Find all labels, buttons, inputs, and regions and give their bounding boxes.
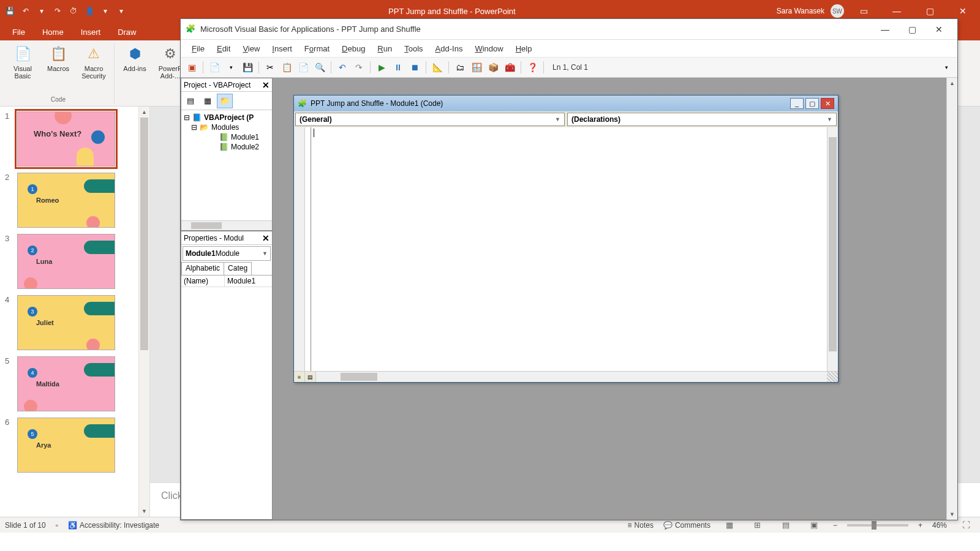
save-icon[interactable]: 💾 xyxy=(240,60,255,75)
menu-view[interactable]: View xyxy=(238,42,265,56)
tab-file[interactable]: File xyxy=(4,24,34,40)
view-object-icon[interactable]: ▦ xyxy=(200,94,216,108)
thumbnail-row[interactable]: 2 1 Romeo xyxy=(0,168,149,229)
undo-icon[interactable]: ↶ xyxy=(335,60,350,75)
copy-icon[interactable]: 📋 xyxy=(279,60,294,75)
thumbnail-scrollbar[interactable]: ▲ ▼ xyxy=(138,107,149,517)
redo-icon[interactable]: ↷ xyxy=(352,60,366,75)
close-icon[interactable]: ✕ xyxy=(262,80,270,90)
notes-button[interactable]: ≡Notes xyxy=(628,521,654,530)
tab-home[interactable]: Home xyxy=(34,24,72,40)
minimize-button[interactable]: _ xyxy=(790,98,804,109)
scrollbar-thumb[interactable] xyxy=(341,373,377,381)
zoom-handle[interactable] xyxy=(872,521,876,530)
view-ppt-icon[interactable]: ▣ xyxy=(184,60,199,75)
menu-addins[interactable]: Add-Ins xyxy=(431,42,468,56)
close-icon[interactable]: ✕ xyxy=(262,233,270,243)
tree-modules-folder[interactable]: ⊟ 📂 Modules xyxy=(184,122,270,132)
paste-icon[interactable]: 📄 xyxy=(296,60,311,75)
object-browser-icon[interactable]: 📦 xyxy=(486,60,500,75)
status-spacer-icon[interactable]: ▫ xyxy=(56,521,58,530)
scroll-up-icon[interactable]: ▲ xyxy=(139,107,149,118)
addins-button[interactable]: ⬢ Add-ins xyxy=(118,44,151,80)
comments-button[interactable]: 💬Comments xyxy=(663,521,710,530)
toolbox-icon[interactable]: 🧰 xyxy=(502,60,517,75)
scroll-down-icon[interactable]: ▼ xyxy=(139,506,149,517)
save-icon[interactable]: 💾 xyxy=(4,5,16,17)
code-window-title-bar[interactable]: 🧩 PPT Jump and Shuffle - Module1 (Code) … xyxy=(294,96,838,111)
project-explorer-icon[interactable]: 🗂 xyxy=(453,60,467,75)
minimize-button[interactable]: — xyxy=(872,20,899,39)
properties-icon[interactable]: 🪟 xyxy=(469,60,484,75)
tree-root[interactable]: ⊟ 📘 VBAProject (P xyxy=(184,113,270,122)
chevron-down-icon[interactable]: ▼ xyxy=(555,116,560,122)
tab-insert[interactable]: Insert xyxy=(72,24,110,40)
scroll-down-icon[interactable]: ▼ xyxy=(947,509,957,520)
tree-module-2[interactable]: 📗 Module2 xyxy=(184,142,270,152)
property-value[interactable]: Module1 xyxy=(225,276,272,287)
macros-button[interactable]: 📋 Macros xyxy=(42,44,75,80)
code-editor[interactable] xyxy=(311,127,827,371)
view-code-icon[interactable]: ▤ xyxy=(183,94,198,108)
chevron-down-icon[interactable]: ▾ xyxy=(99,5,111,17)
fit-to-window-icon[interactable]: ⛶ xyxy=(957,519,975,531)
break-icon[interactable]: ⏸ xyxy=(391,60,405,75)
chevron-down-icon[interactable]: ▾ xyxy=(36,5,48,17)
cut-icon[interactable]: ✂ xyxy=(263,60,277,75)
full-module-view-icon[interactable]: ▤ xyxy=(305,372,316,382)
user-icon[interactable]: 👤 xyxy=(83,5,96,17)
thumbnail-row[interactable]: 4 3 Juliet xyxy=(0,290,149,351)
menu-window[interactable]: Window xyxy=(470,42,508,56)
menu-run[interactable]: Run xyxy=(372,42,397,56)
macro-security-button[interactable]: ⚠ Macro Security xyxy=(77,44,110,80)
h-scrollbar-track[interactable] xyxy=(316,372,827,382)
toolbar-overflow-icon[interactable]: ▾ xyxy=(939,60,954,75)
menu-debug[interactable]: Debug xyxy=(337,42,370,56)
visual-basic-button[interactable]: 📄 Visual Basic xyxy=(6,44,39,80)
scrollbar-track[interactable] xyxy=(139,118,149,506)
avatar[interactable]: SW xyxy=(831,4,844,18)
menu-edit[interactable]: Edit xyxy=(212,42,235,56)
run-icon[interactable]: ▶ xyxy=(374,60,389,75)
menu-format[interactable]: Format xyxy=(300,42,334,56)
undo-icon[interactable]: ↶ xyxy=(20,5,32,17)
thumbnail-scroll[interactable]: 1 Who's Next? 2 1 Romeo 3 xyxy=(0,107,149,517)
property-row[interactable]: (Name) Module1 xyxy=(181,276,272,287)
chevron-down-icon[interactable]: ▼ xyxy=(262,250,268,257)
tab-alphabetic[interactable]: Alphabetic xyxy=(181,262,224,275)
vba-title-bar[interactable]: 🧩 Microsoft Visual Basic for Application… xyxy=(181,19,957,40)
zoom-level[interactable]: 46% xyxy=(932,521,947,530)
scrollbar-thumb[interactable] xyxy=(140,118,148,350)
zoom-in-button[interactable]: + xyxy=(918,521,922,530)
code-v-scrollbar[interactable] xyxy=(827,127,838,371)
tree-module-1[interactable]: 📗 Module1 xyxy=(184,132,270,142)
normal-view-icon[interactable]: ▦ xyxy=(720,519,739,531)
menu-help[interactable]: Help xyxy=(511,42,537,56)
slide-thumbnail-3[interactable]: 2 Luna xyxy=(17,234,115,289)
maximize-button[interactable]: ▢ xyxy=(805,98,819,109)
collapse-icon[interactable]: ⊟ xyxy=(191,123,197,132)
menu-insert[interactable]: Insert xyxy=(267,42,297,56)
redo-icon[interactable]: ↷ xyxy=(51,5,64,17)
scrollbar-thumb[interactable] xyxy=(191,222,222,229)
thumbnail-row[interactable]: 5 4 Maltida xyxy=(0,351,149,413)
vba-right-scrollbar[interactable]: ▲ ▼ xyxy=(946,78,957,520)
start-from-beginning-icon[interactable]: ⏱ xyxy=(67,5,80,17)
slide-thumbnail-1[interactable]: Who's Next? xyxy=(17,111,115,167)
thumbnail-row[interactable]: 6 5 Arya xyxy=(0,413,149,474)
slide-thumbnail-5[interactable]: 4 Maltida xyxy=(17,356,115,411)
close-button[interactable]: ✕ xyxy=(925,20,952,39)
slide-thumbnail-4[interactable]: 3 Juliet xyxy=(17,295,115,350)
project-tree[interactable]: ⊟ 📘 VBAProject (P ⊟ 📂 Modules 📗 Module1 xyxy=(181,110,272,220)
maximize-button[interactable]: ▢ xyxy=(899,20,925,39)
design-mode-icon[interactable]: 📐 xyxy=(430,60,445,75)
chevron-down-icon[interactable]: ▼ xyxy=(827,116,832,122)
zoom-out-button[interactable]: − xyxy=(833,521,837,530)
tab-categorized[interactable]: Categ xyxy=(224,262,252,275)
code-h-scrollbar[interactable]: ≡ ▤ xyxy=(294,371,838,382)
thumbnail-row[interactable]: 1 Who's Next? xyxy=(0,107,149,168)
properties-object-selector[interactable]: Module1 Module ▼ xyxy=(183,246,271,261)
close-button[interactable]: ✕ xyxy=(821,98,834,109)
properties-grid[interactable]: (Name) Module1 xyxy=(181,276,272,519)
zoom-slider[interactable] xyxy=(847,524,908,527)
